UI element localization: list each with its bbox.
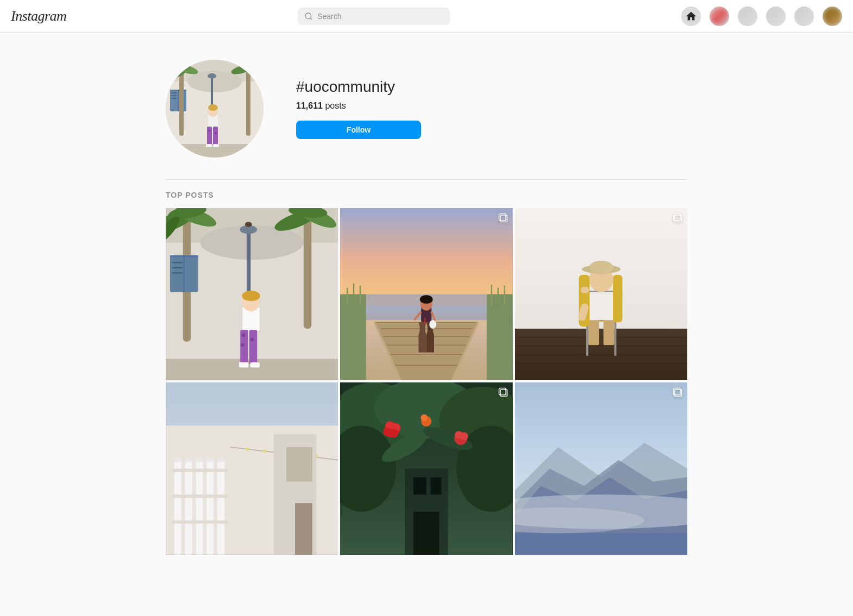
- svg-point-158: [421, 414, 428, 422]
- svg-point-0: [305, 13, 311, 19]
- instagram-logo[interactable]: Instagram: [11, 8, 66, 24]
- svg-rect-60: [239, 362, 248, 368]
- svg-rect-48: [172, 262, 183, 263]
- svg-rect-29: [206, 144, 212, 147]
- avatar-scene: [166, 60, 264, 158]
- posts-grid: [166, 208, 687, 555]
- svg-rect-6: [171, 92, 177, 93]
- multi-image-indicator: [672, 387, 683, 398]
- svg-rect-54: [249, 330, 257, 364]
- svg-rect-49: [172, 267, 183, 268]
- notifications-icon[interactable]: [794, 7, 814, 26]
- svg-rect-66: [340, 294, 366, 381]
- post-item[interactable]: [166, 382, 338, 555]
- svg-rect-69: [353, 284, 354, 305]
- messages-avatar-blur: [710, 7, 729, 26]
- hashtag-title: #uocommunity: [296, 78, 421, 96]
- header: Instagram: [0, 0, 853, 33]
- svg-rect-100: [586, 322, 588, 356]
- explore-icon[interactable]: [738, 7, 757, 26]
- post-item[interactable]: [340, 382, 512, 555]
- svg-point-28: [208, 104, 218, 111]
- svg-rect-131: [172, 520, 228, 524]
- svg-rect-129: [172, 469, 228, 472]
- svg-point-56: [250, 338, 253, 341]
- post-item[interactable]: [340, 208, 512, 380]
- post-6-image: [515, 382, 687, 555]
- svg-rect-105: [588, 317, 599, 345]
- home-icon[interactable]: [681, 7, 701, 26]
- svg-point-55: [242, 334, 245, 337]
- svg-rect-130: [172, 495, 228, 498]
- profile-section: #uocommunity 11,611 posts Follow: [166, 49, 687, 174]
- search-input[interactable]: [317, 12, 443, 21]
- svg-rect-125: [206, 460, 214, 555]
- follow-button[interactable]: Follow: [296, 121, 421, 139]
- svg-point-62: [245, 222, 252, 227]
- svg-rect-121: [185, 460, 192, 555]
- explore-avatar-blur: [738, 7, 757, 26]
- svg-rect-47: [184, 255, 185, 292]
- svg-rect-171: [515, 533, 687, 555]
- search-box[interactable]: [298, 8, 450, 25]
- profile-icon[interactable]: [823, 7, 842, 26]
- post-4-image: [166, 382, 338, 555]
- svg-rect-161: [431, 477, 442, 495]
- post-5-image: [340, 382, 512, 555]
- svg-rect-67: [487, 294, 513, 381]
- search-container: [298, 8, 450, 25]
- svg-rect-101: [614, 322, 616, 356]
- post-item[interactable]: [515, 382, 687, 555]
- notifications-avatar-blur: [794, 7, 814, 26]
- svg-point-18: [239, 62, 258, 68]
- svg-rect-7: [171, 95, 177, 96]
- top-posts-label: Top Posts: [166, 191, 687, 199]
- svg-rect-68: [347, 288, 348, 305]
- profile-info: #uocommunity 11,611 posts Follow: [296, 78, 421, 139]
- svg-point-26: [215, 132, 217, 134]
- svg-rect-109: [613, 275, 622, 322]
- svg-point-112: [589, 261, 613, 274]
- reels-icon[interactable]: [766, 7, 786, 26]
- svg-rect-124: [196, 458, 203, 462]
- svg-rect-123: [196, 460, 203, 555]
- svg-rect-106: [603, 317, 614, 345]
- svg-rect-126: [206, 458, 214, 462]
- svg-rect-71: [491, 285, 492, 306]
- svg-rect-73: [504, 286, 505, 305]
- svg-rect-128: [217, 458, 224, 462]
- svg-rect-140: [295, 503, 312, 555]
- svg-point-59: [242, 291, 260, 301]
- svg-rect-120: [174, 458, 181, 462]
- section-divider: [166, 179, 687, 180]
- main-content: #uocommunity 11,611 posts Follow Top Pos…: [155, 33, 698, 571]
- messages-icon[interactable]: [710, 7, 729, 26]
- svg-rect-50: [172, 272, 183, 273]
- posts-count: 11,611 posts: [296, 101, 421, 111]
- svg-rect-139: [286, 447, 312, 481]
- hashtag-avatar: [166, 60, 264, 158]
- svg-rect-10: [179, 71, 184, 136]
- svg-point-114: [580, 286, 589, 293]
- search-icon: [304, 12, 313, 21]
- svg-rect-122: [185, 458, 192, 462]
- svg-point-153: [384, 428, 392, 437]
- svg-rect-107: [585, 292, 617, 320]
- svg-rect-127: [217, 460, 224, 555]
- svg-rect-89: [425, 318, 426, 324]
- svg-rect-8: [171, 98, 177, 99]
- svg-rect-39: [304, 208, 311, 329]
- post-item[interactable]: [166, 208, 338, 380]
- svg-rect-119: [174, 460, 181, 555]
- post-item[interactable]: [515, 208, 687, 380]
- svg-point-57: [241, 343, 244, 347]
- svg-point-20: [208, 73, 216, 79]
- svg-rect-61: [250, 362, 259, 368]
- post-3-image: [515, 208, 687, 380]
- post-1-image: [166, 208, 338, 380]
- multi-image-indicator: [498, 212, 509, 223]
- multi-image-indicator: [672, 212, 683, 223]
- svg-rect-70: [360, 286, 361, 305]
- svg-rect-30: [213, 144, 219, 147]
- svg-rect-5: [178, 90, 179, 111]
